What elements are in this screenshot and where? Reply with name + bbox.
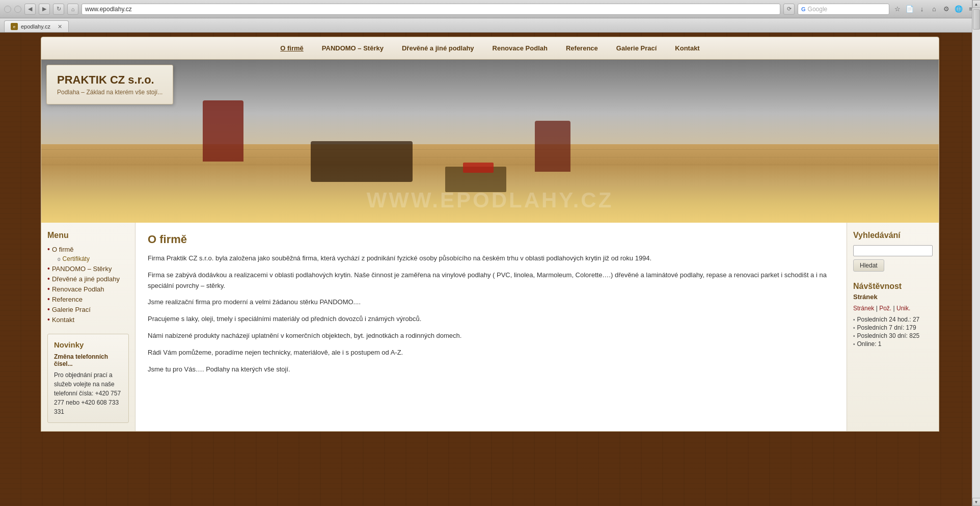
- stats-title: Návštěvnost: [853, 282, 933, 291]
- hero-area: WWW.EPODLAHY.CZ PRAKTIK CZ s.r.o. Podlah…: [41, 60, 939, 223]
- menu-link-renovace[interactable]: Renovace Podlah: [52, 285, 104, 293]
- home-icon[interactable]: ⌂: [929, 4, 939, 14]
- scrollbar[interactable]: ▲ ▼: [972, 0, 980, 506]
- browser-btn-2: [14, 6, 21, 13]
- menu-link-ofirme[interactable]: O firmě: [52, 246, 74, 253]
- scrollbar-down-button[interactable]: ▼: [972, 498, 981, 506]
- stats-item-2: Posledních 30 dní: 825: [853, 332, 933, 339]
- browser-icons: ☆ 📄 ↓ ⌂ ⚙ 🌐 ≡: [892, 4, 976, 14]
- menu-item-certifikaty[interactable]: Certifikáty: [47, 255, 129, 262]
- search-title: Vyhledávání: [853, 231, 933, 240]
- stats-item-0: Posledních 24 hod.: 27: [853, 316, 933, 323]
- stats-item-1: Posledních 7 dní: 179: [853, 324, 933, 331]
- tab-label: epodlahy.cz: [21, 23, 50, 30]
- home-button[interactable]: ⌂: [67, 4, 78, 15]
- hero-watermark: WWW.EPODLAHY.CZ: [367, 188, 614, 212]
- scrollbar-thumb[interactable]: [973, 9, 980, 30]
- article-para-4: Námi nabízené produkty nacházejí uplatně…: [148, 331, 834, 341]
- right-sidebar: Vyhledávání Hledat Návštěvnost Stránek S…: [847, 223, 939, 431]
- hero-logo-box: PRAKTIK CZ s.r.o. Podlaha – Základ na kt…: [46, 65, 173, 104]
- company-name: PRAKTIK CZ s.r.o.: [57, 73, 162, 87]
- browser-btn-1: [4, 6, 11, 13]
- site-container: O firmě PANDOMO – Stěrky Dřevěné a jiné …: [0, 33, 980, 436]
- article-para-2: Jsme realizační firma pro moderní a velm…: [148, 297, 834, 308]
- room-wall: [41, 60, 939, 149]
- search-placeholder: Google: [808, 6, 828, 13]
- stats-list: Posledních 24 hod.: 27 Posledních 7 dní:…: [853, 316, 933, 348]
- menu-item-galerie[interactable]: Galerie Prací: [47, 305, 129, 313]
- back-button[interactable]: ◀: [24, 4, 36, 15]
- refresh-button[interactable]: ⟳: [783, 4, 795, 15]
- article-para-1: Firma se zabývá dodávkou a realizacemi v…: [148, 270, 834, 291]
- tab-favicon: e: [11, 23, 18, 30]
- article-para-3: Pracujeme s laky, oleji, tmely i speciál…: [148, 314, 834, 325]
- nav-galerie[interactable]: Galerie Prací: [607, 37, 666, 59]
- stats-links: Stránek | Pož. | Unik.: [853, 305, 933, 312]
- article-title: O firmě: [148, 233, 834, 246]
- chair-right: [535, 121, 570, 172]
- company-tagline: Podlaha – Základ na kterém vše stojí...: [57, 89, 162, 96]
- flag-icon[interactable]: 🌐: [954, 4, 964, 14]
- menu-item-ofirme[interactable]: O firmě: [47, 245, 129, 253]
- floor-line-2: [41, 157, 939, 157]
- nav-ofirme[interactable]: O firmě: [271, 37, 313, 59]
- down-icon[interactable]: ↓: [917, 4, 927, 14]
- nav-kontakt[interactable]: Kontakt: [666, 37, 709, 59]
- menu-link-reference[interactable]: Reference: [52, 296, 83, 303]
- menu-item-pandomo[interactable]: PANDOMO – Stěrky: [47, 264, 129, 273]
- nav-renovace[interactable]: Renovace Podlah: [483, 37, 557, 59]
- menu-link-certifikaty[interactable]: Certifikáty: [63, 255, 90, 262]
- article-para-5: Rádi Vám pomůžeme, poradíme nejen techni…: [148, 348, 834, 358]
- forward-button[interactable]: ▶: [39, 4, 50, 15]
- search-input[interactable]: [853, 245, 933, 256]
- menu-item-reference[interactable]: Reference: [47, 295, 129, 303]
- menu-item-renovace[interactable]: Renovace Podlah: [47, 285, 129, 293]
- sidebar-menu: O firmě Certifikáty PANDOMO – Stěrky Dře…: [47, 245, 129, 324]
- settings-icon[interactable]: ⚙: [941, 4, 951, 14]
- tab-bar: e epodlahy.cz ✕: [0, 18, 980, 33]
- stats-link-unik[interactable]: Unik.: [896, 305, 910, 312]
- menu-item-kontakt[interactable]: Kontakt: [47, 315, 129, 324]
- chair-left: [203, 100, 243, 162]
- news-item-title: Změna telefonních čísel...: [54, 353, 122, 367]
- menu-link-pandomo[interactable]: PANDOMO – Stěrky: [52, 265, 112, 273]
- stats-box: Návštěvnost Stránek Stránek | Pož. | Uni…: [853, 282, 933, 348]
- article-para-0: Firma Praktik CZ s.r.o. byla založena ja…: [148, 253, 834, 264]
- red-object: [463, 163, 494, 173]
- menu-title: Menu: [47, 231, 129, 240]
- browser-tab[interactable]: e epodlahy.cz ✕: [4, 20, 69, 32]
- main-content-area: Menu O firmě Certifikáty PANDOMO – Stěrk…: [41, 223, 939, 432]
- stats-subtitle: Stránek: [853, 293, 933, 301]
- furniture-table: [311, 141, 413, 182]
- menu-link-galerie[interactable]: Galerie Prací: [52, 306, 91, 313]
- search-bar[interactable]: G Google: [798, 4, 889, 15]
- menu-link-kontakt[interactable]: Kontakt: [52, 316, 74, 324]
- stats-item-3: Online: 1: [853, 340, 933, 348]
- stats-link-stranek[interactable]: Stránek: [853, 305, 874, 312]
- floor-line-1: [41, 149, 939, 150]
- stats-link-poz[interactable]: Pož.: [879, 305, 891, 312]
- main-article: O firmě Firma Praktik CZ s.r.o. byla zal…: [135, 223, 847, 431]
- top-navigation: O firmě PANDOMO – Stěrky Dřevěné a jiné …: [41, 37, 939, 60]
- nav-pandomo[interactable]: PANDOMO – Stěrky: [313, 37, 393, 59]
- star-icon[interactable]: ☆: [892, 4, 903, 14]
- browser-chrome: ◀ ▶ ↻ ⌂ www.epodlahy.cz ⟳ G Google ☆ 📄 ↓…: [0, 0, 980, 18]
- left-sidebar: Menu O firmě Certifikáty PANDOMO – Stěrk…: [41, 223, 135, 431]
- nav-reference[interactable]: Reference: [557, 37, 607, 59]
- url-text: www.epodlahy.cz: [85, 6, 132, 13]
- scrollbar-up-button[interactable]: ▲: [972, 0, 981, 8]
- menu-link-drevene[interactable]: Dřevěné a jiné podlahy: [52, 275, 120, 283]
- hero-image: WWW.EPODLAHY.CZ: [41, 60, 939, 223]
- page-icon[interactable]: 📄: [905, 4, 915, 14]
- news-item-text: Pro objednání prací a služeb volejte na …: [54, 370, 122, 416]
- address-bar[interactable]: www.epodlahy.cz: [81, 4, 780, 15]
- news-box: Novinky Změna telefonních čísel... Pro o…: [47, 334, 129, 423]
- news-title: Novinky: [54, 340, 122, 349]
- nav-drevene[interactable]: Dřevěné a jiné podlahy: [393, 37, 483, 59]
- tab-close[interactable]: ✕: [58, 23, 62, 30]
- article-para-6: Jsme tu pro Vás…. Podlahy na kterých vše…: [148, 364, 834, 375]
- search-button[interactable]: Hledat: [853, 259, 884, 272]
- reload-button[interactable]: ↻: [53, 4, 64, 15]
- menu-item-drevene[interactable]: Dřevěné a jiné podlahy: [47, 275, 129, 283]
